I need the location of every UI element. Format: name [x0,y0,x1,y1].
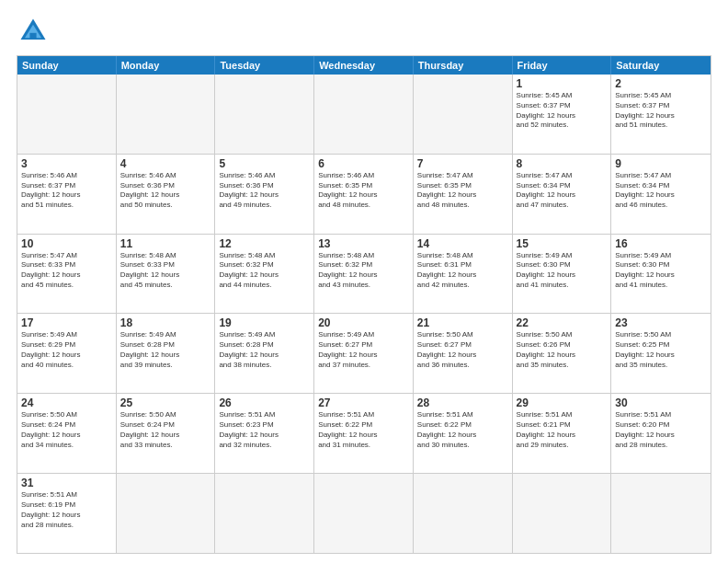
day-number: 20 [318,316,409,329]
day-number: 3 [21,157,112,170]
calendar-cell-5-1 [117,474,216,553]
calendar-cell-0-0 [17,75,117,154]
day-info: Sunrise: 5:49 AM Sunset: 6:27 PM Dayligh… [318,330,409,370]
day-number: 26 [219,396,310,409]
calendar-row-4: 24Sunrise: 5:50 AM Sunset: 6:24 PM Dayli… [17,393,711,473]
day-info: Sunrise: 5:50 AM Sunset: 6:24 PM Dayligh… [21,410,112,450]
weekday-header-sunday: Sunday [17,56,117,75]
calendar-cell-4-0: 24Sunrise: 5:50 AM Sunset: 6:24 PM Dayli… [17,394,117,473]
calendar-header: SundayMondayTuesdayWednesdayThursdayFrid… [17,56,711,75]
calendar-cell-5-4 [414,474,513,553]
day-number: 14 [417,237,508,250]
calendar-cell-4-5: 29Sunrise: 5:51 AM Sunset: 6:21 PM Dayli… [513,394,612,473]
calendar-cell-5-6 [611,474,711,553]
day-number: 23 [615,316,707,329]
calendar-cell-4-2: 26Sunrise: 5:51 AM Sunset: 6:23 PM Dayli… [215,394,314,473]
weekday-header-wednesday: Wednesday [314,56,414,75]
day-info: Sunrise: 5:48 AM Sunset: 6:32 PM Dayligh… [318,251,409,291]
calendar-cell-0-6: 2Sunrise: 5:45 AM Sunset: 6:37 PM Daylig… [611,75,711,154]
weekday-header-saturday: Saturday [611,56,711,75]
day-number: 27 [318,396,409,409]
calendar-cell-2-4: 14Sunrise: 5:48 AM Sunset: 6:31 PM Dayli… [414,235,513,314]
calendar-cell-3-2: 19Sunrise: 5:49 AM Sunset: 6:28 PM Dayli… [215,314,314,393]
day-number: 22 [517,316,608,329]
calendar-cell-4-1: 25Sunrise: 5:50 AM Sunset: 6:24 PM Dayli… [117,394,216,473]
logo [17,15,53,48]
calendar-cell-3-1: 18Sunrise: 5:49 AM Sunset: 6:28 PM Dayli… [117,314,216,393]
calendar-cell-3-5: 22Sunrise: 5:50 AM Sunset: 6:26 PM Dayli… [513,314,612,393]
calendar-cell-0-1 [117,75,216,154]
calendar-row-1: 3Sunrise: 5:46 AM Sunset: 6:37 PM Daylig… [17,154,711,234]
day-info: Sunrise: 5:50 AM Sunset: 6:25 PM Dayligh… [615,330,707,370]
weekday-header-thursday: Thursday [414,56,513,75]
day-info: Sunrise: 5:51 AM Sunset: 6:21 PM Dayligh… [517,410,608,450]
calendar-cell-1-4: 7Sunrise: 5:47 AM Sunset: 6:35 PM Daylig… [414,155,513,234]
day-number: 25 [120,396,211,409]
day-info: Sunrise: 5:47 AM Sunset: 6:33 PM Dayligh… [21,251,112,291]
day-number: 28 [417,396,508,409]
day-info: Sunrise: 5:45 AM Sunset: 6:37 PM Dayligh… [615,91,707,131]
day-info: Sunrise: 5:51 AM Sunset: 6:20 PM Dayligh… [615,410,707,450]
calendar-cell-1-2: 5Sunrise: 5:46 AM Sunset: 6:36 PM Daylig… [215,155,314,234]
calendar-cell-1-3: 6Sunrise: 5:46 AM Sunset: 6:35 PM Daylig… [314,155,414,234]
day-number: 29 [517,396,608,409]
calendar-cell-3-0: 17Sunrise: 5:49 AM Sunset: 6:29 PM Dayli… [17,314,117,393]
day-info: Sunrise: 5:46 AM Sunset: 6:35 PM Dayligh… [318,171,409,211]
day-info: Sunrise: 5:48 AM Sunset: 6:31 PM Dayligh… [417,251,508,291]
day-number: 1 [517,77,608,90]
calendar-cell-0-5: 1Sunrise: 5:45 AM Sunset: 6:37 PM Daylig… [513,75,612,154]
day-info: Sunrise: 5:48 AM Sunset: 6:33 PM Dayligh… [120,251,211,291]
calendar-cell-2-1: 11Sunrise: 5:48 AM Sunset: 6:33 PM Dayli… [117,235,216,314]
calendar-row-2: 10Sunrise: 5:47 AM Sunset: 6:33 PM Dayli… [17,234,711,314]
day-info: Sunrise: 5:51 AM Sunset: 6:23 PM Dayligh… [219,410,310,450]
calendar-cell-5-3 [314,474,414,553]
day-number: 11 [120,237,211,250]
calendar-cell-1-0: 3Sunrise: 5:46 AM Sunset: 6:37 PM Daylig… [17,155,117,234]
day-info: Sunrise: 5:45 AM Sunset: 6:37 PM Dayligh… [517,91,608,131]
day-number: 7 [417,157,508,170]
day-number: 12 [219,237,310,250]
calendar-cell-3-4: 21Sunrise: 5:50 AM Sunset: 6:27 PM Dayli… [414,314,513,393]
day-number: 8 [517,157,608,170]
day-info: Sunrise: 5:47 AM Sunset: 6:35 PM Dayligh… [417,171,508,211]
day-info: Sunrise: 5:49 AM Sunset: 6:28 PM Dayligh… [219,330,310,370]
weekday-header-friday: Friday [513,56,612,75]
calendar-cell-5-5 [513,474,612,553]
day-info: Sunrise: 5:49 AM Sunset: 6:30 PM Dayligh… [615,251,707,291]
calendar-body: 1Sunrise: 5:45 AM Sunset: 6:37 PM Daylig… [17,75,711,553]
calendar-cell-1-5: 8Sunrise: 5:47 AM Sunset: 6:34 PM Daylig… [513,155,612,234]
logo-icon [17,15,50,48]
calendar-cell-2-3: 13Sunrise: 5:48 AM Sunset: 6:32 PM Dayli… [314,235,414,314]
day-info: Sunrise: 5:49 AM Sunset: 6:29 PM Dayligh… [21,330,112,370]
day-info: Sunrise: 5:49 AM Sunset: 6:28 PM Dayligh… [120,330,211,370]
day-number: 16 [615,237,707,250]
calendar-cell-2-2: 12Sunrise: 5:48 AM Sunset: 6:32 PM Dayli… [215,235,314,314]
calendar-cell-3-6: 23Sunrise: 5:50 AM Sunset: 6:25 PM Dayli… [611,314,711,393]
day-number: 24 [21,396,112,409]
header [17,15,711,48]
day-info: Sunrise: 5:51 AM Sunset: 6:22 PM Dayligh… [318,410,409,450]
day-info: Sunrise: 5:51 AM Sunset: 6:22 PM Dayligh… [417,410,508,450]
day-info: Sunrise: 5:51 AM Sunset: 6:19 PM Dayligh… [21,490,112,530]
day-number: 15 [517,237,608,250]
day-info: Sunrise: 5:50 AM Sunset: 6:24 PM Dayligh… [120,410,211,450]
day-info: Sunrise: 5:47 AM Sunset: 6:34 PM Dayligh… [517,171,608,211]
day-info: Sunrise: 5:49 AM Sunset: 6:30 PM Dayligh… [517,251,608,291]
calendar-cell-2-5: 15Sunrise: 5:49 AM Sunset: 6:30 PM Dayli… [513,235,612,314]
calendar-cell-2-0: 10Sunrise: 5:47 AM Sunset: 6:33 PM Dayli… [17,235,117,314]
weekday-header-tuesday: Tuesday [215,56,314,75]
day-info: Sunrise: 5:46 AM Sunset: 6:36 PM Dayligh… [120,171,211,211]
day-info: Sunrise: 5:48 AM Sunset: 6:32 PM Dayligh… [219,251,310,291]
day-number: 9 [615,157,707,170]
calendar-cell-2-6: 16Sunrise: 5:49 AM Sunset: 6:30 PM Dayli… [611,235,711,314]
calendar-cell-1-1: 4Sunrise: 5:46 AM Sunset: 6:36 PM Daylig… [117,155,216,234]
day-number: 13 [318,237,409,250]
day-number: 2 [615,77,707,90]
calendar-cell-4-3: 27Sunrise: 5:51 AM Sunset: 6:22 PM Dayli… [314,394,414,473]
day-info: Sunrise: 5:46 AM Sunset: 6:37 PM Dayligh… [21,171,112,211]
calendar-row-0: 1Sunrise: 5:45 AM Sunset: 6:37 PM Daylig… [17,75,711,154]
day-info: Sunrise: 5:47 AM Sunset: 6:34 PM Dayligh… [615,171,707,211]
day-number: 21 [417,316,508,329]
day-number: 4 [120,157,211,170]
page: SundayMondayTuesdayWednesdayThursdayFrid… [0,0,728,563]
